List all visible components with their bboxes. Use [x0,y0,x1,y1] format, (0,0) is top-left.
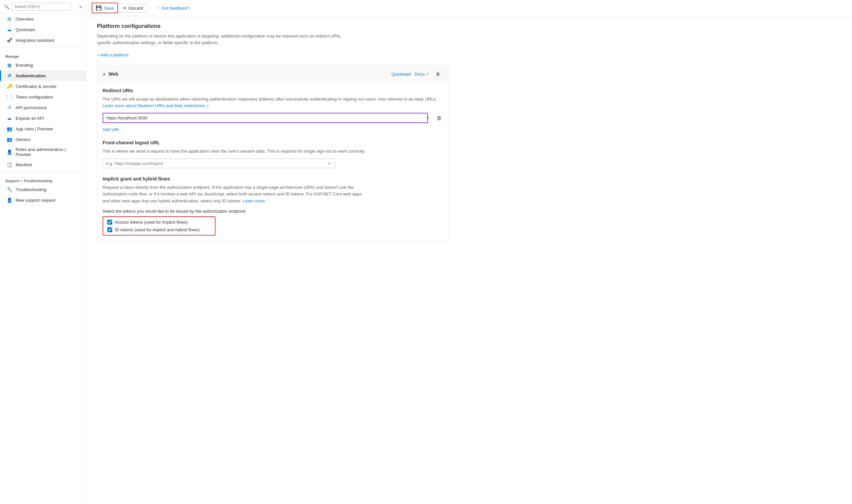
sidebar-item-integration-assistant[interactable]: 🚀 Integration assistant [0,35,86,46]
search-icon: 🔍 [4,4,9,9]
sidebar-item-troubleshooting[interactable]: 🔧 Troubleshooting [0,184,86,195]
platform-config-desc: Depending on the platform or device this… [97,33,356,46]
toolbar: 💾 Save ✕ Discard ♡ Got feedback? [86,0,852,16]
web-card-body: Redirect URIs The URIs we will accept as… [97,83,449,241]
sidebar-item-api-permissions[interactable]: ↺ API permissions [0,102,86,113]
feedback-icon: ♡ [156,6,160,11]
implicit-grant-desc: Request a token directly from the author… [103,184,362,205]
redirect-uris-title: Redirect URIs [103,88,443,93]
sidebar-item-authentication[interactable]: ↺ Authentication [0,70,86,81]
sidebar-item-app-roles[interactable]: 👥 App roles | Preview [0,123,86,134]
external-link-icon: ↗ [206,104,209,108]
main-panel: 💾 Save ✕ Discard ♡ Got feedback? Platfor… [86,0,852,504]
collapse-sidebar-button[interactable]: « [80,4,82,9]
implicit-grant-section: Implicit grant and hybrid flows Request … [103,176,443,236]
sidebar-item-label: Certificates & secrets [16,84,56,89]
collapse-icon: ∧ [103,72,106,77]
front-channel-title: Front-channel logout URL [103,140,443,145]
sidebar-item-label: Quickstart [16,27,35,32]
discard-button[interactable]: ✕ Discard [119,4,147,13]
expose-icon: ☁ [6,115,12,121]
sidebar-item-label: Token configuration [16,94,53,100]
api-icon: ↺ [6,105,12,110]
sidebar-item-label: App roles | Preview [16,126,53,131]
content-area: Platform configurations Depending on the… [86,16,852,504]
logout-url-input-row: ✓ [103,159,335,168]
web-card: ∧ Web Quickstart Docs ↗ 🗑 Redirect URIs … [97,65,449,241]
uri-input-row: ✓ 🗑 [103,113,443,123]
sidebar-item-label: Authentication [16,73,46,78]
sidebar-item-label: Roles and administrators | Preview [16,147,81,157]
save-button[interactable]: 💾 Save [92,3,118,13]
front-channel-desc: This is where we send a request to have … [103,148,443,155]
discard-icon: ✕ [123,6,126,11]
access-tokens-label: Access tokens (used for implicit flows) [115,220,188,224]
id-tokens-checkbox[interactable] [107,227,112,232]
redirect-uris-section: Redirect URIs The URIs we will accept as… [103,88,443,133]
authentication-icon: ↺ [6,73,12,79]
manifest-icon: 📋 [6,162,12,167]
web-card-header: ∧ Web Quickstart Docs ↗ 🗑 [97,66,449,83]
owners-icon: 👥 [6,137,12,142]
sidebar-item-label: Manifest [16,162,32,167]
sidebar-item-label: Branding [16,63,33,68]
sidebar-item-overview[interactable]: ⊞ Overview [0,14,86,24]
add-platform-button[interactable]: + Add a platform [97,51,128,59]
sidebar-item-token-config[interactable]: ⋮⋮ Token configuration [0,92,86,102]
integration-icon: 🚀 [6,37,12,43]
sidebar-item-branding[interactable]: ▦ Branding [0,60,86,70]
overview-icon: ⊞ [6,16,12,22]
page-title: Platform configurations [97,23,841,30]
quickstart-icon: ☁ [6,26,12,33]
certificates-icon: 🔑 [6,83,12,89]
id-tokens-row: ID tokens (used for implicit and hybrid … [107,227,211,232]
sidebar-item-owners[interactable]: 👥 Owners [0,134,86,145]
token-checkboxes-group: Access tokens (used for implicit flows) … [103,216,215,236]
app-roles-icon: 👥 [6,126,12,132]
toolbar-divider [150,5,150,11]
delete-uri-button[interactable]: 🗑 [435,114,443,122]
external-link-icon: ↗ [426,72,429,76]
sidebar-item-expose-api[interactable]: ☁ Expose an API [0,113,86,123]
delete-web-button[interactable]: 🗑 [433,70,443,78]
logout-valid-icon: ✓ [328,161,331,166]
platform-config-section: Platform configurations Depending on the… [97,23,841,59]
uri-input[interactable] [103,113,428,123]
sidebar-item-roles-admins[interactable]: 👤 Roles and administrators | Preview [0,145,86,159]
token-icon: ⋮⋮ [6,94,12,100]
valid-check-icon: ✓ [426,115,430,121]
logout-url-input[interactable] [106,161,321,166]
access-tokens-checkbox[interactable] [107,220,112,224]
redirect-uris-desc: The URIs we will accept as destinations … [103,96,443,109]
sidebar-item-label: Integration assistant [16,38,54,43]
sidebar-item-manifest[interactable]: 📋 Manifest [0,159,86,170]
sidebar-item-certificates[interactable]: 🔑 Certificates & secrets [0,81,86,92]
sidebar-item-label: Owners [16,137,31,142]
add-uri-button[interactable]: Add URI [103,126,119,133]
feedback-button[interactable]: ♡ Got feedback? [152,4,193,12]
support-section-header: Support + Troubleshooting [0,174,86,184]
implicit-learn-more-link[interactable]: Learn more. [243,198,266,203]
sidebar: 🔍 « ⊞ Overview ☁ Quickstart 🚀 Integratio… [0,0,86,504]
support-icon: 👤 [6,197,12,203]
save-icon: 💾 [95,5,102,11]
uri-input-wrapper: ✓ [103,113,433,123]
id-tokens-label: ID tokens (used for implicit and hybrid … [115,227,199,232]
quickstart-link[interactable]: Quickstart [392,72,411,77]
troubleshooting-icon: 🔧 [6,186,12,193]
web-card-actions: Quickstart Docs ↗ 🗑 [392,70,443,78]
manage-section-header: Manage [0,50,86,60]
sidebar-item-quickstart[interactable]: ☁ Quickstart [0,24,86,35]
branding-icon: ▦ [6,62,12,68]
roles-icon: 👤 [6,149,12,155]
docs-link[interactable]: Docs ↗ [415,72,429,77]
sidebar-item-label: API permissions [16,105,47,110]
sidebar-item-label: Overview [16,17,34,22]
sidebar-item-new-support[interactable]: 👤 New support request [0,195,86,205]
access-tokens-row: Access tokens (used for implicit flows) [107,220,211,224]
implicit-grant-title: Implicit grant and hybrid flows [103,176,443,181]
search-input[interactable] [11,3,71,11]
sidebar-search-area: 🔍 « [0,0,86,14]
learn-more-link[interactable]: Learn more about Redirect URIs and their… [103,103,209,108]
web-section-title: Web [108,71,389,77]
